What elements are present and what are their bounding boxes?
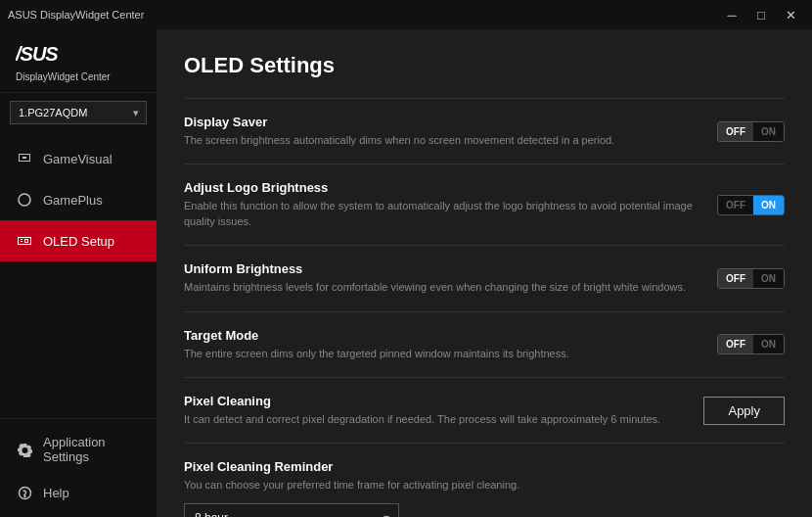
toggle-off-label: OFF: [718, 269, 753, 288]
window-controls: ─ □ ✕: [718, 4, 804, 25]
sidebar: /SUS DisplayWidget Center 1.PG27AQDM Gam…: [0, 29, 157, 517]
svg-point-3: [24, 495, 25, 496]
adjust-logo-toggle[interactable]: OFF ON: [717, 195, 785, 215]
setting-adjust-logo-info: Adjust Logo Brightness Enable this funct…: [184, 180, 717, 229]
sidebar-item-gameplus[interactable]: GamePlus: [0, 179, 157, 220]
sidebar-item-gamevisual-label: GameVisual: [43, 152, 113, 166]
toggle-off-label: OFF: [718, 196, 753, 214]
page-title: OLED Settings: [184, 53, 785, 78]
setting-pixel-cleaning: Pixel Cleaning It can detect and correct…: [184, 377, 785, 443]
setting-display-saver-desc: The screen brightness automatically dims…: [184, 133, 698, 148]
asus-logo: /SUS DisplayWidget Center: [16, 43, 141, 82]
app-title: ASUS DisplayWidget Center: [8, 9, 144, 21]
gameplus-icon: [16, 191, 33, 209]
setting-pixel-cleaning-reminder: Pixel Cleaning Reminder You can choose y…: [184, 443, 785, 517]
svg-point-1: [19, 194, 30, 206]
app-settings-label: Application Settings: [43, 435, 141, 464]
maximize-button[interactable]: □: [747, 4, 775, 25]
pixel-cleaning-reminder-dropdown-wrap: 8 hour 16 hour 24 hour 48 hour: [184, 503, 399, 517]
sidebar-item-gamevisual[interactable]: GameVisual: [0, 138, 157, 179]
setting-pixel-cleaning-reminder-desc: You can choose your preferred time frame…: [184, 478, 519, 493]
gamevisual-icon: [16, 150, 33, 167]
pixel-cleaning-reminder-select[interactable]: 8 hour 16 hour 24 hour 48 hour: [184, 503, 399, 517]
logo-subtitle: DisplayWidget Center: [16, 71, 141, 82]
sidebar-nav: GameVisual GamePlus OLED Setup: [0, 132, 157, 418]
setting-pixel-cleaning-reminder-info: Pixel Cleaning Reminder You can choose y…: [184, 459, 519, 493]
display-saver-toggle[interactable]: OFF ON: [717, 121, 785, 142]
sidebar-item-help[interactable]: Help: [0, 474, 157, 511]
toggle-off-label: OFF: [718, 335, 753, 353]
svg-text:/SUS: /SUS: [16, 43, 59, 65]
sidebar-item-gameplus-label: GamePlus: [43, 193, 103, 208]
app-body: /SUS DisplayWidget Center 1.PG27AQDM Gam…: [0, 29, 812, 517]
sidebar-item-oled-label: OLED Setup: [43, 234, 114, 249]
setting-pixel-cleaning-desc: It can detect and correct pixel degradat…: [184, 412, 684, 427]
sidebar-footer: Application Settings Help: [0, 418, 157, 517]
toggle-on-label: ON: [753, 196, 784, 214]
setting-uniform-brightness-desc: Maintains brightness levels for comforta…: [184, 280, 698, 295]
monitor-selector-wrap[interactable]: 1.PG27AQDM: [10, 101, 147, 124]
setting-adjust-logo-label: Adjust Logo Brightness: [184, 180, 698, 195]
setting-target-mode-label: Target Mode: [184, 328, 698, 343]
toggle-on-label: ON: [753, 269, 784, 288]
uniform-brightness-toggle[interactable]: OFF ON: [717, 268, 785, 289]
setting-uniform-brightness-label: Uniform Brightness: [184, 261, 698, 276]
target-mode-toggle[interactable]: OFF ON: [717, 334, 785, 354]
toggle-on-label: ON: [753, 335, 784, 353]
toggle-on-label: ON: [753, 122, 784, 141]
setting-display-saver: Display Saver The screen brightness auto…: [184, 98, 785, 164]
pixel-cleaning-apply-button[interactable]: Apply: [703, 397, 785, 425]
close-button[interactable]: ✕: [777, 4, 804, 25]
setting-display-saver-label: Display Saver: [184, 115, 698, 129]
help-icon: [16, 484, 33, 501]
setting-target-mode-desc: The entire screen dims only the targeted…: [184, 347, 698, 361]
setting-uniform-brightness: Uniform Brightness Maintains brightness …: [184, 245, 785, 310]
help-label: Help: [43, 486, 69, 500]
toggle-off-label: OFF: [718, 122, 753, 141]
setting-pixel-cleaning-label: Pixel Cleaning: [184, 394, 684, 408]
setting-adjust-logo-desc: Enable this function to allow the system…: [184, 199, 698, 229]
setting-uniform-brightness-info: Uniform Brightness Maintains brightness …: [184, 261, 717, 295]
setting-pixel-cleaning-info: Pixel Cleaning It can detect and correct…: [184, 394, 703, 427]
setting-target-mode: Target Mode The entire screen dims only …: [184, 311, 785, 377]
setting-pixel-cleaning-reminder-label: Pixel Cleaning Reminder: [184, 459, 519, 474]
setting-target-mode-info: Target Mode The entire screen dims only …: [184, 328, 717, 361]
sidebar-item-oled-setup[interactable]: OLED Setup: [0, 220, 157, 261]
logo-area: /SUS DisplayWidget Center: [0, 29, 157, 93]
minimize-button[interactable]: ─: [718, 4, 745, 25]
oled-icon: [16, 232, 33, 250]
titlebar: ASUS DisplayWidget Center ─ □ ✕: [0, 0, 812, 29]
monitor-select[interactable]: 1.PG27AQDM: [10, 101, 147, 124]
gear-icon: [16, 441, 33, 458]
setting-adjust-logo: Adjust Logo Brightness Enable this funct…: [184, 164, 785, 245]
sidebar-item-app-settings[interactable]: Application Settings: [0, 425, 157, 474]
content-area: OLED Settings Display Saver The screen b…: [157, 29, 812, 517]
setting-display-saver-info: Display Saver The screen brightness auto…: [184, 115, 717, 148]
